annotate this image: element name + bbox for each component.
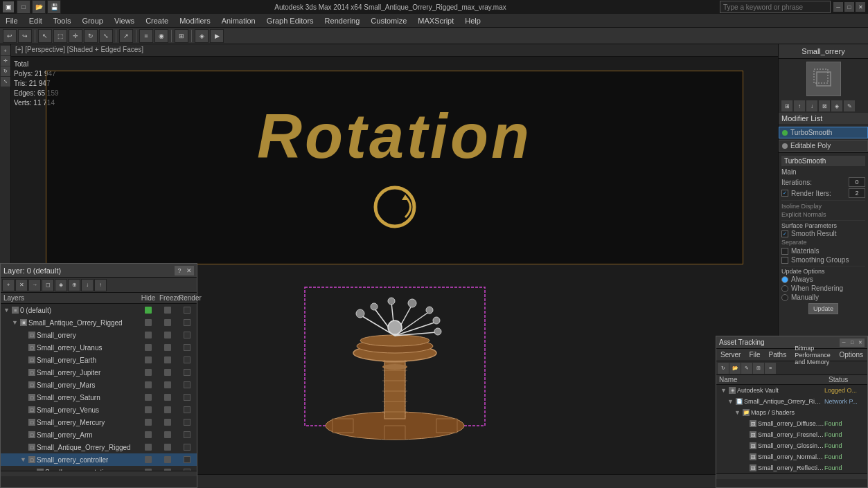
layer-row[interactable]: □ Small_orrery_Mercury bbox=[1, 416, 197, 428]
menu-customize[interactable]: Customize bbox=[365, 15, 412, 26]
lt-merge[interactable]: ⊕ bbox=[68, 279, 80, 291]
at-btn-1[interactable]: ↻ bbox=[718, 363, 729, 374]
ts-update-button[interactable]: Update bbox=[808, 303, 838, 314]
layer-render-check[interactable] bbox=[184, 469, 191, 471]
layers-help[interactable]: ? bbox=[175, 266, 184, 275]
lt-select-objects[interactable]: ◻ bbox=[42, 279, 54, 291]
layer-render-check[interactable] bbox=[184, 431, 191, 438]
layer-render-check[interactable] bbox=[184, 456, 191, 463]
asset-row[interactable]: 🖼 Small_orrery_Normal.png Found bbox=[716, 451, 867, 462]
asset-menu-bitmap[interactable]: Bitmap Performance and Memory bbox=[790, 343, 835, 367]
menu-animation[interactable]: Animation bbox=[216, 15, 261, 26]
layer-row[interactable]: □ Small_orrery_Earth bbox=[1, 354, 197, 366]
lt-expand[interactable]: ↓ bbox=[81, 279, 94, 291]
menu-edit[interactable]: Edit bbox=[24, 15, 48, 26]
maximize-button[interactable]: □ bbox=[844, 2, 854, 12]
at-btn-3[interactable]: ✎ bbox=[741, 363, 752, 374]
mod-icon-6[interactable]: ✎ bbox=[844, 100, 855, 111]
asset-row[interactable]: 🖼 Small_orrery_Fresnel.png Found bbox=[716, 429, 867, 440]
menu-group[interactable]: Group bbox=[76, 15, 109, 26]
lt-scale[interactable]: ⤡ bbox=[1, 77, 10, 87]
menu-graph-editors[interactable]: Graph Editors bbox=[261, 15, 319, 26]
ts-iterations-input[interactable] bbox=[849, 177, 865, 187]
mod-icon-1[interactable]: ⊞ bbox=[781, 100, 792, 111]
ts-render-iters-input[interactable] bbox=[849, 188, 865, 198]
layer-render-check[interactable] bbox=[184, 307, 191, 314]
layer-render-check[interactable] bbox=[184, 406, 191, 413]
lt-create[interactable]: + bbox=[1, 46, 10, 55]
ts-smoothing-check[interactable] bbox=[781, 257, 788, 264]
tb-render[interactable]: ▶ bbox=[210, 29, 224, 43]
menu-help[interactable]: Help bbox=[459, 15, 486, 26]
tb-reference-coord[interactable]: ↗ bbox=[119, 29, 133, 43]
layer-row[interactable]: □ Small_orrery_Mars bbox=[1, 379, 197, 391]
tb-move[interactable]: ✛ bbox=[69, 29, 82, 43]
layer-row[interactable]: □ Small_Antique_Orrery_Rigged bbox=[1, 441, 197, 453]
ts-always-radio[interactable] bbox=[781, 276, 788, 283]
search-input[interactable] bbox=[720, 1, 831, 13]
layer-row[interactable]: □ Small_orrery_Saturn bbox=[1, 391, 197, 404]
layer-render-check[interactable] bbox=[184, 419, 191, 426]
tb-scale[interactable]: ⤡ bbox=[99, 29, 113, 43]
layer-render-check[interactable] bbox=[184, 444, 191, 451]
ts-manually-radio[interactable] bbox=[781, 294, 788, 301]
tb-undo[interactable]: ↩ bbox=[3, 29, 17, 43]
lt-add-layer[interactable]: + bbox=[2, 279, 15, 291]
lt-collapse[interactable]: ↑ bbox=[94, 279, 107, 291]
asset-row[interactable]: 🖼 Small_orrery_Diffuse.png Found bbox=[716, 418, 867, 429]
asset-row[interactable]: ▼ 📄 Small_Antique_Orrery_Rigged_max_vray… bbox=[716, 396, 867, 407]
asset-scrollbar[interactable] bbox=[716, 473, 867, 479]
layer-row[interactable]: □ Small_orrery_rotation bbox=[1, 466, 197, 471]
layer-row[interactable]: □ Small_orrery_Venus bbox=[1, 404, 197, 416]
asset-row[interactable]: 🖼 Small_orrery_Glossines.png Found bbox=[716, 440, 867, 451]
asset-menu-paths[interactable]: Paths bbox=[765, 350, 791, 360]
tb-select[interactable]: ↖ bbox=[38, 29, 52, 43]
mod-icon-5[interactable]: ◈ bbox=[831, 100, 842, 111]
menu-maxscript[interactable]: MAXScript bbox=[412, 15, 459, 26]
tb-open[interactable]: 📂 bbox=[32, 0, 46, 14]
layers-close-button[interactable]: ✕ bbox=[184, 266, 194, 275]
asset-maximize[interactable]: □ bbox=[848, 338, 856, 347]
modifier-editablepoly[interactable]: Editable Poly bbox=[779, 140, 868, 152]
lt-highlight[interactable]: ◈ bbox=[55, 279, 67, 291]
at-btn-2[interactable]: 📂 bbox=[729, 363, 741, 374]
tb-select-region[interactable]: ⬚ bbox=[53, 29, 67, 43]
layer-active-dot[interactable] bbox=[145, 307, 152, 314]
layer-row[interactable]: ▼ ▣ Small_Antique_Orrery_Rigged bbox=[1, 316, 197, 329]
at-btn-4[interactable]: ⊞ bbox=[753, 363, 764, 374]
lt-rotate[interactable]: ↻ bbox=[1, 66, 10, 76]
ts-materials-check[interactable] bbox=[781, 248, 788, 255]
tb-align[interactable]: ⊞ bbox=[175, 29, 188, 43]
menu-rendering[interactable]: Rendering bbox=[319, 15, 366, 26]
menu-modifiers[interactable]: Modifiers bbox=[174, 15, 216, 26]
tb-hide-frozen[interactable]: ◉ bbox=[154, 29, 168, 43]
ts-render-iters-check[interactable] bbox=[781, 190, 788, 197]
asset-row[interactable]: ▼ 📁 Maps / Shaders bbox=[716, 407, 867, 418]
ts-when-rendering-radio[interactable] bbox=[781, 285, 788, 292]
layer-render-check[interactable] bbox=[184, 332, 191, 338]
layer-row[interactable]: ▼ □ Small_orrery_controller bbox=[1, 453, 197, 466]
asset-close[interactable]: ✕ bbox=[856, 338, 865, 347]
tb-layer[interactable]: ≡ bbox=[139, 29, 153, 43]
layer-render-check[interactable] bbox=[184, 319, 191, 326]
mod-icon-2[interactable]: ↑ bbox=[794, 100, 805, 111]
layer-render-check[interactable] bbox=[184, 344, 191, 351]
lt-delete-layer[interactable]: ✕ bbox=[15, 279, 28, 291]
at-btn-5[interactable]: ≡ bbox=[765, 363, 776, 374]
asset-menu-server[interactable]: Server bbox=[716, 350, 745, 360]
ts-smooth-check[interactable] bbox=[781, 231, 788, 237]
tb-new[interactable]: □ bbox=[17, 0, 30, 14]
asset-minimize[interactable]: ─ bbox=[840, 338, 848, 347]
asset-row[interactable]: 🖼 Small_orrery_Reflection.png Found bbox=[716, 462, 867, 473]
minimize-button[interactable]: ─ bbox=[833, 2, 843, 12]
layer-row[interactable]: □ Small_orrery_Uranus bbox=[1, 341, 197, 354]
layer-render-check[interactable] bbox=[184, 381, 191, 388]
mod-icon-4[interactable]: ⊠ bbox=[819, 100, 830, 111]
close-button[interactable]: ✕ bbox=[856, 2, 865, 12]
tb-redo[interactable]: ↪ bbox=[18, 29, 32, 43]
layer-render-check[interactable] bbox=[184, 369, 191, 376]
layer-row[interactable]: ▼ ≡ 0 (default) bbox=[1, 304, 197, 316]
modifier-turbosmooth[interactable]: TurboSmooth bbox=[779, 127, 868, 138]
layer-row[interactable]: □ Small_orrery_Jupiter bbox=[1, 366, 197, 379]
menu-file[interactable]: File bbox=[0, 15, 24, 26]
